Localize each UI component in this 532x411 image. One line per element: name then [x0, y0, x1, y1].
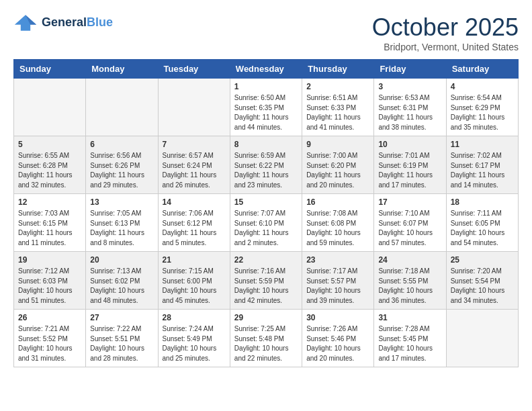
day-info: Sunrise: 7:11 AM Sunset: 6:05 PM Dayligh… — [451, 209, 514, 248]
calendar-cell: 23Sunrise: 7:17 AM Sunset: 5:57 PM Dayli… — [302, 252, 374, 310]
calendar-cell: 15Sunrise: 7:07 AM Sunset: 6:10 PM Dayli… — [230, 194, 302, 252]
day-info: Sunrise: 7:15 AM Sunset: 6:00 PM Dayligh… — [163, 267, 226, 306]
calendar-cell: 16Sunrise: 7:08 AM Sunset: 6:08 PM Dayli… — [302, 194, 374, 252]
calendar-week-row: 12Sunrise: 7:03 AM Sunset: 6:15 PM Dayli… — [14, 194, 519, 252]
weekday-header-tuesday: Tuesday — [158, 60, 230, 79]
calendar-cell: 2Sunrise: 6:51 AM Sunset: 6:33 PM Daylig… — [302, 79, 374, 136]
day-info: Sunrise: 7:28 AM Sunset: 5:45 PM Dayligh… — [378, 324, 441, 363]
day-number: 22 — [234, 255, 298, 265]
day-number: 27 — [90, 313, 153, 322]
calendar-cell — [446, 310, 518, 367]
calendar-cell: 19Sunrise: 7:12 AM Sunset: 6:03 PM Dayli… — [14, 252, 86, 310]
day-number: 19 — [18, 255, 81, 265]
calendar-week-row: 19Sunrise: 7:12 AM Sunset: 6:03 PM Dayli… — [14, 252, 519, 310]
day-info: Sunrise: 6:50 AM Sunset: 6:35 PM Dayligh… — [234, 93, 298, 132]
day-info: Sunrise: 7:06 AM Sunset: 6:12 PM Dayligh… — [163, 209, 226, 248]
calendar-cell: 7Sunrise: 6:57 AM Sunset: 6:24 PM Daylig… — [158, 136, 230, 194]
day-number: 26 — [18, 313, 81, 322]
day-number: 24 — [378, 255, 441, 265]
day-number: 1 — [234, 82, 298, 91]
day-info: Sunrise: 6:54 AM Sunset: 6:29 PM Dayligh… — [451, 93, 514, 132]
calendar-cell: 31Sunrise: 7:28 AM Sunset: 5:45 PM Dayli… — [374, 310, 446, 367]
calendar-cell: 8Sunrise: 6:59 AM Sunset: 6:22 PM Daylig… — [230, 136, 302, 194]
day-info: Sunrise: 7:17 AM Sunset: 5:57 PM Dayligh… — [306, 267, 369, 306]
day-number: 21 — [163, 255, 226, 265]
weekday-header-monday: Monday — [86, 60, 158, 79]
day-number: 31 — [378, 313, 441, 322]
calendar-cell: 24Sunrise: 7:18 AM Sunset: 5:55 PM Dayli… — [374, 252, 446, 310]
calendar-cell: 5Sunrise: 6:55 AM Sunset: 6:28 PM Daylig… — [14, 136, 86, 194]
day-info: Sunrise: 7:10 AM Sunset: 6:07 PM Dayligh… — [378, 209, 441, 248]
calendar-cell: 27Sunrise: 7:22 AM Sunset: 5:51 PM Dayli… — [86, 310, 158, 367]
calendar-cell: 12Sunrise: 7:03 AM Sunset: 6:15 PM Dayli… — [14, 194, 86, 252]
day-info: Sunrise: 7:20 AM Sunset: 5:54 PM Dayligh… — [451, 267, 514, 306]
day-number: 13 — [90, 197, 153, 207]
calendar-cell: 28Sunrise: 7:24 AM Sunset: 5:49 PM Dayli… — [158, 310, 230, 367]
day-info: Sunrise: 7:18 AM Sunset: 5:55 PM Dayligh… — [378, 267, 441, 306]
day-info: Sunrise: 6:51 AM Sunset: 6:33 PM Dayligh… — [306, 93, 369, 132]
calendar-cell: 4Sunrise: 6:54 AM Sunset: 6:29 PM Daylig… — [446, 79, 518, 136]
logo-text: GeneralBlue — [42, 15, 113, 30]
day-number: 28 — [163, 313, 226, 322]
page-header: GeneralBlue October 2025 Bridport, Vermo… — [13, 13, 519, 52]
day-info: Sunrise: 7:16 AM Sunset: 5:59 PM Dayligh… — [234, 267, 298, 306]
calendar-week-row: 5Sunrise: 6:55 AM Sunset: 6:28 PM Daylig… — [14, 136, 519, 194]
day-number: 11 — [451, 140, 514, 149]
calendar-cell: 17Sunrise: 7:10 AM Sunset: 6:07 PM Dayli… — [374, 194, 446, 252]
day-number: 16 — [306, 197, 369, 207]
day-number: 5 — [18, 140, 81, 149]
calendar-cell: 10Sunrise: 7:01 AM Sunset: 6:19 PM Dayli… — [374, 136, 446, 194]
day-number: 30 — [306, 313, 369, 322]
day-info: Sunrise: 7:24 AM Sunset: 5:49 PM Dayligh… — [163, 324, 226, 363]
calendar-cell: 18Sunrise: 7:11 AM Sunset: 6:05 PM Dayli… — [446, 194, 518, 252]
day-number: 17 — [378, 197, 441, 207]
weekday-header-saturday: Saturday — [446, 60, 518, 79]
logo: GeneralBlue — [13, 13, 113, 32]
calendar-week-row: 26Sunrise: 7:21 AM Sunset: 5:52 PM Dayli… — [14, 310, 519, 367]
day-number: 4 — [451, 82, 514, 91]
day-number: 23 — [306, 255, 369, 265]
day-info: Sunrise: 6:57 AM Sunset: 6:24 PM Dayligh… — [163, 151, 226, 190]
day-info: Sunrise: 7:22 AM Sunset: 5:51 PM Dayligh… — [90, 324, 153, 363]
day-info: Sunrise: 7:05 AM Sunset: 6:13 PM Dayligh… — [90, 209, 153, 248]
calendar-cell: 30Sunrise: 7:26 AM Sunset: 5:46 PM Dayli… — [302, 310, 374, 367]
day-number: 14 — [163, 197, 226, 207]
day-number: 7 — [163, 140, 226, 149]
weekday-header-sunday: Sunday — [14, 60, 86, 79]
calendar-cell: 13Sunrise: 7:05 AM Sunset: 6:13 PM Dayli… — [86, 194, 158, 252]
calendar-cell: 14Sunrise: 7:06 AM Sunset: 6:12 PM Dayli… — [158, 194, 230, 252]
day-info: Sunrise: 6:56 AM Sunset: 6:26 PM Dayligh… — [90, 151, 153, 190]
title-block: October 2025 Bridport, Vermont, United S… — [372, 13, 519, 52]
day-info: Sunrise: 7:25 AM Sunset: 5:48 PM Dayligh… — [234, 324, 298, 363]
day-number: 20 — [90, 255, 153, 265]
calendar-cell: 9Sunrise: 7:00 AM Sunset: 6:20 PM Daylig… — [302, 136, 374, 194]
calendar-cell: 29Sunrise: 7:25 AM Sunset: 5:48 PM Dayli… — [230, 310, 302, 367]
day-number: 6 — [90, 140, 153, 149]
calendar-cell: 6Sunrise: 6:56 AM Sunset: 6:26 PM Daylig… — [86, 136, 158, 194]
weekday-header-wednesday: Wednesday — [230, 60, 302, 79]
calendar-cell: 21Sunrise: 7:15 AM Sunset: 6:00 PM Dayli… — [158, 252, 230, 310]
day-info: Sunrise: 7:12 AM Sunset: 6:03 PM Dayligh… — [18, 267, 81, 306]
calendar-cell: 22Sunrise: 7:16 AM Sunset: 5:59 PM Dayli… — [230, 252, 302, 310]
day-number: 18 — [451, 197, 514, 207]
calendar-cell: 3Sunrise: 6:53 AM Sunset: 6:31 PM Daylig… — [374, 79, 446, 136]
day-number: 2 — [306, 82, 369, 91]
day-info: Sunrise: 7:07 AM Sunset: 6:10 PM Dayligh… — [234, 209, 298, 248]
day-number: 29 — [234, 313, 298, 322]
day-info: Sunrise: 6:53 AM Sunset: 6:31 PM Dayligh… — [378, 93, 441, 132]
day-number: 3 — [378, 82, 441, 91]
calendar-cell: 20Sunrise: 7:13 AM Sunset: 6:02 PM Dayli… — [86, 252, 158, 310]
calendar-table: SundayMondayTuesdayWednesdayThursdayFrid… — [13, 59, 519, 367]
day-info: Sunrise: 6:59 AM Sunset: 6:22 PM Dayligh… — [234, 151, 298, 190]
calendar-cell — [86, 79, 158, 136]
calendar-body: 1Sunrise: 6:50 AM Sunset: 6:35 PM Daylig… — [14, 79, 519, 367]
month-title: October 2025 — [372, 13, 519, 42]
weekday-header-friday: Friday — [374, 60, 446, 79]
day-number: 9 — [306, 140, 369, 149]
day-info: Sunrise: 7:13 AM Sunset: 6:02 PM Dayligh… — [90, 267, 153, 306]
calendar-header: SundayMondayTuesdayWednesdayThursdayFrid… — [14, 60, 519, 79]
calendar-cell: 25Sunrise: 7:20 AM Sunset: 5:54 PM Dayli… — [446, 252, 518, 310]
day-info: Sunrise: 7:03 AM Sunset: 6:15 PM Dayligh… — [18, 209, 81, 248]
calendar-cell — [14, 79, 86, 136]
day-number: 12 — [18, 197, 81, 207]
